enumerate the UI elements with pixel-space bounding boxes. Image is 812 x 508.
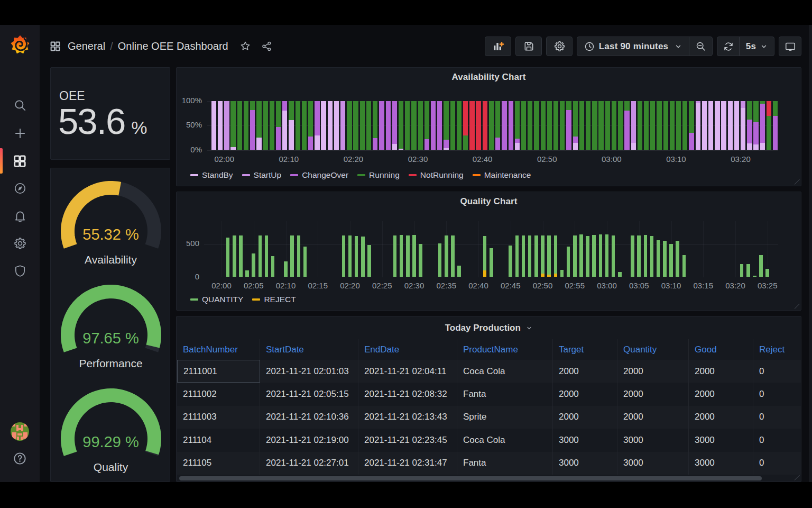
- x-axis-label: 03:00: [596, 155, 628, 164]
- table-column-header[interactable]: Target: [553, 339, 617, 360]
- sidebar-item-alerting[interactable]: [0, 205, 40, 226]
- availability-bar-segment: [224, 101, 229, 150]
- quality-bar-segment: [355, 236, 358, 277]
- x-axis-label: 02:10: [273, 155, 304, 164]
- table-column-header[interactable]: Quantity: [617, 339, 689, 360]
- star-icon[interactable]: [239, 40, 251, 52]
- refresh-picker: 5s: [717, 37, 774, 56]
- page-scrollbar[interactable]: [809, 25, 812, 482]
- legend-label: ChangeOver: [302, 170, 348, 180]
- availability-bar-segment: [256, 138, 261, 150]
- dashboard-settings-button[interactable]: [546, 37, 573, 56]
- quality-bar-segment: [245, 270, 249, 277]
- sidebar-item-server-admin[interactable]: [0, 260, 40, 282]
- table-column-header[interactable]: BatchNumber: [177, 339, 260, 360]
- refresh-interval-button[interactable]: 5s: [740, 37, 774, 56]
- availability-bar-segment: [553, 101, 558, 150]
- sidebar: [0, 25, 40, 482]
- legend-item-startup[interactable]: StartUp: [242, 170, 282, 180]
- gauge-label: Availability: [51, 253, 171, 266]
- sidebar-item-profile[interactable]: [0, 420, 40, 443]
- availability-bar-segment: [328, 101, 333, 150]
- table-column-header[interactable]: Reject: [753, 339, 801, 360]
- table-title-row: Today Production: [177, 323, 801, 333]
- breadcrumb-dashboard[interactable]: Online OEE Dashboard: [118, 40, 228, 52]
- table-panel-title[interactable]: Today Production: [445, 323, 521, 333]
- availability-bar-segment: [728, 101, 733, 150]
- legend-item-changeover[interactable]: ChangeOver: [290, 170, 348, 180]
- gridline: [318, 221, 318, 277]
- legend-item-standby[interactable]: StandBy: [190, 170, 233, 180]
- table-cell: 0: [753, 452, 801, 475]
- table-cell: Sprite: [457, 406, 553, 429]
- table-column-header[interactable]: ProductName: [457, 339, 553, 360]
- legend-item-reject[interactable]: REJECT: [252, 295, 296, 304]
- gridline: [735, 221, 736, 277]
- table-cell: 2021-11-21 02:31:47: [358, 452, 457, 475]
- quality-bar-segment: [554, 274, 558, 277]
- refresh-button[interactable]: [717, 37, 739, 56]
- availability-bar-segment: [399, 149, 403, 150]
- sidebar-item-help[interactable]: [0, 448, 40, 469]
- availability-bar-segment: [250, 101, 255, 111]
- legend-item-running[interactable]: Running: [357, 170, 400, 180]
- gauge-quality: 99.29 %Quality: [51, 386, 171, 482]
- panel-resize-handle[interactable]: [795, 304, 800, 309]
- sidebar-item-search[interactable]: [0, 95, 40, 116]
- table-column-header[interactable]: StartDate: [260, 339, 358, 360]
- sidebar-item-dashboards[interactable]: [0, 150, 40, 171]
- table-horizontal-scrollbar[interactable]: [177, 476, 801, 481]
- availability-bar-segment: [315, 101, 319, 135]
- quality-bar-segment: [746, 264, 750, 277]
- quality-bar-segment: [573, 235, 577, 277]
- legend-label: Running: [369, 170, 400, 180]
- sidebar-item-explore[interactable]: [0, 178, 40, 199]
- chevron-down-icon[interactable]: [526, 325, 532, 331]
- table-row: 2111052021-11-21 02:27:012021-11-21 02:3…: [177, 452, 801, 475]
- share-icon[interactable]: [261, 41, 272, 52]
- availability-bar-segment: [708, 101, 713, 150]
- legend-item-quantity[interactable]: QUANTITY: [190, 295, 243, 304]
- zoom-out-button[interactable]: [689, 37, 712, 56]
- add-panel-button[interactable]: [485, 37, 511, 56]
- legend-swatch: [190, 174, 198, 176]
- sidebar-item-configuration[interactable]: [0, 233, 40, 254]
- table-column-header[interactable]: EndDate: [358, 339, 457, 360]
- panel-resize-handle[interactable]: [795, 179, 800, 185]
- table-cell: 2021-11-21 02:19:00: [260, 429, 358, 451]
- gauge-performance: 97.65 %Performance: [51, 283, 171, 386]
- table-cell: 3000: [689, 429, 753, 451]
- time-range-label: Last 90 minutes: [599, 41, 669, 52]
- legend-swatch: [252, 298, 260, 301]
- panel-resize-handle[interactable]: [795, 475, 800, 480]
- quality-bar-segment: [490, 248, 493, 277]
- grafana-logo[interactable]: [0, 32, 40, 57]
- breadcrumb-folder[interactable]: General: [68, 40, 105, 52]
- top-nav: General / Online OEE Dashboard: [40, 25, 812, 67]
- sidebar-item-create[interactable]: [0, 123, 40, 144]
- x-axis-label: 02:10: [270, 281, 302, 290]
- availability-bar-segment: [282, 101, 287, 111]
- legend-item-notrunning[interactable]: NotRunning: [409, 170, 464, 180]
- x-axis-label: 02:05: [238, 281, 270, 290]
- quality-bar-segment: [290, 235, 294, 277]
- oee-stat-value-row: 53.6 %: [58, 99, 147, 141]
- quality-bar-segment: [271, 256, 275, 277]
- availability-bar-segment: [631, 101, 636, 143]
- scrollbar-thumb[interactable]: [179, 476, 762, 480]
- time-range-button[interactable]: Last 90 minutes: [577, 37, 689, 56]
- quality-bar-segment: [367, 245, 371, 277]
- quality-bar-segment: [483, 270, 487, 277]
- quality-bar-segment: [451, 235, 455, 277]
- table-cell: 2021-11-21 02:13:43: [358, 406, 457, 429]
- legend-item-maintenance[interactable]: Maintenance: [473, 170, 531, 180]
- quality-bar-segment: [541, 235, 545, 274]
- availability-bar-segment: [489, 101, 494, 150]
- cycle-view-mode-button[interactable]: [779, 37, 801, 56]
- x-axis-label: 03:10: [660, 155, 692, 164]
- gear-icon: [13, 237, 27, 250]
- table-column-header[interactable]: Good: [689, 339, 753, 360]
- table-cell: 2021-11-21 02:23:45: [358, 429, 457, 451]
- save-dashboard-button[interactable]: [515, 37, 542, 56]
- availability-bar-segment: [392, 101, 397, 144]
